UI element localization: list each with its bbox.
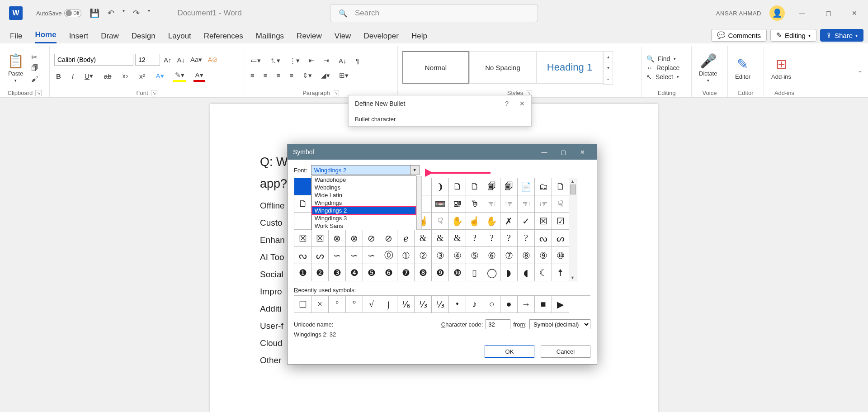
symbol-cell[interactable]: ❾: [432, 264, 449, 281]
font-name-select[interactable]: [54, 54, 133, 66]
recent-symbol-cell[interactable]: ⅙: [397, 296, 415, 313]
symbol-cell[interactable]: ☒: [311, 230, 329, 247]
recent-symbol-cell[interactable]: ∫: [380, 296, 397, 313]
symbol-cell[interactable]: ☜: [518, 195, 535, 213]
symbol-cell[interactable]: ⑩: [552, 247, 569, 264]
symbol-cell[interactable]: ∽: [346, 247, 363, 264]
clear-format-icon[interactable]: A⊘: [206, 55, 220, 65]
symbol-cell[interactable]: 🗋: [449, 178, 466, 195]
recent-symbol-cell[interactable]: ▶: [552, 296, 569, 313]
symbol-cell[interactable]: ✗: [500, 213, 518, 230]
avatar[interactable]: 👤: [769, 5, 785, 21]
tab-insert[interactable]: Insert: [69, 32, 89, 43]
symbol-cell[interactable]: ⊗: [346, 230, 363, 247]
minimize-icon[interactable]: —: [535, 145, 553, 159]
align-left-icon[interactable]: ≡: [249, 71, 256, 81]
symbol-cell[interactable]: ᔓ: [294, 247, 311, 264]
symbol-cell[interactable]: &: [449, 230, 466, 247]
undo-dropdown-icon[interactable]: ▾: [123, 8, 125, 18]
numbering-icon[interactable]: ⒈▾: [268, 56, 282, 66]
autosave-toggle[interactable]: AutoSave Off: [36, 9, 81, 17]
symbol-cell[interactable]: ▯: [466, 264, 483, 281]
symbol-cell[interactable]: ∽: [363, 247, 380, 264]
symbol-cell[interactable]: &: [415, 230, 432, 247]
justify-icon[interactable]: ≡: [288, 71, 295, 81]
share-button[interactable]: ⇪Share▾: [820, 29, 863, 42]
symbol-cell[interactable]: ❺: [363, 264, 380, 281]
symbol-cell[interactable]: [294, 178, 311, 195]
comments-button[interactable]: 💬Comments: [711, 29, 767, 42]
font-option-selected[interactable]: Wingdings 2: [312, 207, 416, 214]
symbol-cell[interactable]: ②: [415, 247, 432, 264]
font-option[interactable]: Wandohope: [312, 176, 416, 184]
symbol-cell[interactable]: 📄: [518, 178, 535, 195]
shading-icon[interactable]: ◢▾: [319, 71, 332, 81]
symbol-cell[interactable]: ∽: [329, 247, 346, 264]
recent-symbol-cell[interactable]: ×: [311, 296, 329, 313]
copy-icon[interactable]: 🗐: [31, 64, 38, 72]
grow-font-icon[interactable]: A↑: [162, 55, 174, 65]
multilevel-icon[interactable]: ⋮▾: [288, 56, 302, 66]
symbol-cell[interactable]: ❸: [329, 264, 346, 281]
symbol-cell[interactable]: 📼: [432, 195, 449, 213]
dropdown-scrollbar[interactable]: [416, 176, 422, 230]
search-box[interactable]: 🔍 Search: [330, 4, 538, 22]
underline-icon[interactable]: U ▾: [83, 71, 95, 81]
symbol-cell[interactable]: ☟: [432, 213, 449, 230]
symbol-cell[interactable]: ①: [397, 247, 415, 264]
symbol-cell[interactable]: ☨: [552, 264, 569, 281]
highlight-icon[interactable]: ✎▾: [173, 70, 186, 82]
symbol-cell[interactable]: ℯ: [397, 230, 415, 247]
user-name[interactable]: ANSAR AHMAD: [716, 10, 761, 17]
symbol-cell[interactable]: 🖰: [466, 195, 483, 213]
symbol-cell[interactable]: ❹: [346, 264, 363, 281]
styles-nav[interactable]: ▴▾⌄: [603, 51, 613, 85]
symbol-cell[interactable]: ᔓ: [535, 230, 552, 247]
editor-button[interactable]: ✎Editor: [732, 56, 753, 80]
align-center-icon[interactable]: ≡: [262, 71, 269, 81]
tab-file[interactable]: File: [10, 32, 22, 43]
font-size-select[interactable]: [135, 54, 160, 66]
symbol-cell[interactable]: 🗋: [294, 195, 311, 213]
ok-button[interactable]: OK: [485, 345, 534, 358]
symbol-cell[interactable]: ◯: [483, 264, 500, 281]
symbol-cell[interactable]: ✋: [449, 213, 466, 230]
font-color-icon[interactable]: A▾: [193, 70, 205, 82]
sort-icon[interactable]: A↓: [337, 56, 349, 66]
tab-draw[interactable]: Draw: [101, 32, 119, 43]
dialog-launcher-icon[interactable]: ↘: [151, 90, 157, 96]
close-button[interactable]: ✕: [845, 4, 863, 22]
recent-symbol-cell[interactable]: ■: [535, 296, 552, 313]
tab-references[interactable]: References: [204, 32, 243, 43]
redo-icon[interactable]: ↷: [133, 8, 140, 18]
italic-icon[interactable]: I: [70, 71, 75, 81]
replace-button[interactable]: ↔Replace: [646, 64, 679, 71]
tab-layout[interactable]: Layout: [168, 32, 191, 43]
recent-symbol-cell[interactable]: ⅓: [415, 296, 432, 313]
maximize-icon[interactable]: ▢: [554, 145, 572, 159]
symbol-cell[interactable]: ☑: [552, 213, 569, 230]
borders-icon[interactable]: ⊞▾: [337, 71, 350, 81]
tab-developer[interactable]: Developer: [363, 32, 399, 43]
symbol-cell[interactable]: ☞: [500, 195, 518, 213]
symbol-cell[interactable]: 🗂: [535, 178, 552, 195]
symbol-cell[interactable]: ❽: [415, 264, 432, 281]
recent-symbol-cell[interactable]: ●: [500, 296, 518, 313]
qat-more-icon[interactable]: ▾: [148, 8, 150, 18]
find-button[interactable]: 🔍Find▾: [646, 55, 679, 62]
tab-home[interactable]: Home: [35, 30, 56, 43]
symbol-cell[interactable]: ⊘: [363, 230, 380, 247]
symbol-cell[interactable]: ☾: [535, 264, 552, 281]
symbol-cell[interactable]: 🗐: [483, 178, 500, 195]
symbol-cell[interactable]: &: [432, 230, 449, 247]
symbol-cell[interactable]: ❩: [432, 178, 449, 195]
style-heading-1[interactable]: Heading 1: [536, 51, 603, 84]
recent-symbol-cell[interactable]: •: [449, 296, 466, 313]
dialog-launcher-icon[interactable]: ↘: [35, 90, 42, 96]
styles-gallery[interactable]: Normal No Spacing Heading 1 ▴▾⌄: [402, 51, 613, 85]
ribbon-collapse-icon[interactable]: ⌄: [858, 67, 863, 74]
font-option[interactable]: Wingdings: [312, 199, 416, 207]
tab-design[interactable]: Design: [132, 32, 156, 43]
superscript-icon[interactable]: x²: [137, 71, 147, 81]
recent-symbol-cell[interactable]: °: [346, 296, 363, 313]
